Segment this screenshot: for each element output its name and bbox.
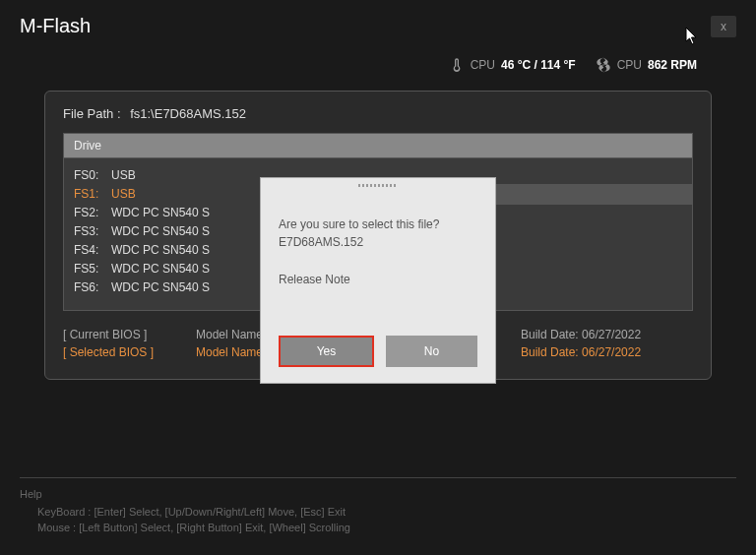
help-section: Help KeyBoard : [Enter] Select, [Up/Down… <box>20 477 736 535</box>
col-file-header <box>378 139 682 153</box>
current-bios-label: [ Current BIOS ] <box>63 328 166 341</box>
filepath-label: File Path : <box>63 106 121 121</box>
current-bios-date: Build Date: 06/27/2022 <box>521 328 678 341</box>
status-bar: CPU 46 °C / 114 °F CPU 862 RPM <box>44 47 712 81</box>
release-note-label: Release Note <box>279 273 477 286</box>
window-title: M-Flash <box>20 15 91 37</box>
fan-icon <box>596 57 611 73</box>
help-keyboard: KeyBoard : [Enter] Select, [Up/Down/Righ… <box>20 504 736 520</box>
confirm-dialog: Are you sure to select this file? E7D68A… <box>260 177 496 384</box>
no-button[interactable]: No <box>386 336 477 367</box>
thermometer-icon <box>449 57 465 73</box>
yes-button[interactable]: Yes <box>279 336 374 367</box>
help-title: Help <box>20 488 736 500</box>
help-mouse: Mouse : [Left Button] Select, [Right But… <box>20 520 736 535</box>
cpu-temp-value: 46 °C / 114 °F <box>501 58 576 72</box>
col-drive-header: Drive <box>74 139 378 153</box>
table-header: Drive <box>63 133 693 158</box>
selected-bios-label: [ Selected BIOS ] <box>63 345 166 359</box>
selected-bios-date: Build Date: 06/27/2022 <box>521 345 678 359</box>
filepath-value: fs1:\E7D68AMS.152 <box>130 106 246 121</box>
dialog-question: Are you sure to select this file? <box>279 216 477 233</box>
close-button[interactable]: x <box>711 16 736 37</box>
dialog-filename: E7D68AMS.152 <box>279 233 477 251</box>
dialog-grip[interactable] <box>358 184 398 187</box>
cpu-fan-value: 862 RPM <box>648 58 697 72</box>
cpu-temp-label: CPU <box>471 58 495 72</box>
cpu-fan-label: CPU <box>617 58 642 72</box>
